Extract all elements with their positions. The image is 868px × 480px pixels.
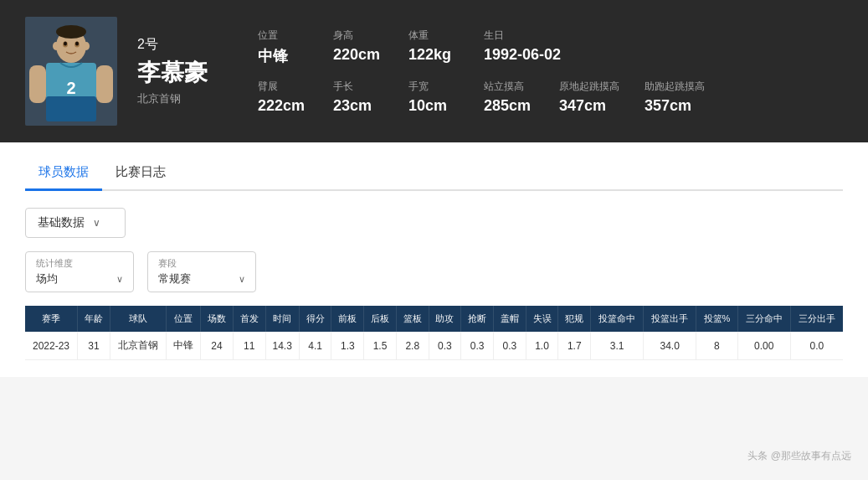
stat-dimension-value-row: 场均 ∨ xyxy=(36,271,123,286)
col-three-made: 三分命中 xyxy=(737,306,790,332)
basic-data-dropdown[interactable]: 基础数据 ∨ xyxy=(25,208,126,238)
chevron-down-icon-3: ∨ xyxy=(239,274,245,285)
stat-dimension-label: 统计维度 xyxy=(36,257,123,270)
tabs-bar: 球员数据 比赛日志 xyxy=(25,142,843,191)
stat-height: 身高 220cm xyxy=(333,28,383,66)
col-def-reb: 后板 xyxy=(364,306,397,332)
cell-14: 1.0 xyxy=(526,332,558,360)
svg-point-9 xyxy=(53,42,59,50)
col-games: 场数 xyxy=(201,306,234,332)
col-position: 位置 xyxy=(167,306,201,332)
svg-point-4 xyxy=(56,25,86,39)
main-content: 球员数据 比赛日志 基础数据 ∨ 统计维度 场均 ∨ 赛段 常规赛 ∨ xyxy=(0,142,868,377)
svg-point-7 xyxy=(64,42,67,46)
svg-rect-13 xyxy=(46,96,96,121)
cell-17: 34.0 xyxy=(644,332,696,360)
cell-19: 0.00 xyxy=(737,332,790,360)
period-value-row: 常规赛 ∨ xyxy=(158,271,245,286)
col-starts: 首发 xyxy=(233,306,265,332)
filter-section: 基础数据 ∨ xyxy=(25,208,843,238)
svg-point-8 xyxy=(75,42,79,46)
stat-birthday: 生日 1992-06-02 xyxy=(484,28,561,66)
stat-wingspan: 臂展 222cm xyxy=(258,80,308,115)
cell-6: 14.3 xyxy=(265,332,299,360)
stat-hand-width: 手宽 10cm xyxy=(408,80,459,115)
table-row: 2022-2331北京首钢中锋241114.34.11.31.52.80.30.… xyxy=(25,332,843,360)
stat-weight: 体重 122kg xyxy=(408,28,459,66)
tab-match-log[interactable]: 比赛日志 xyxy=(102,156,179,191)
period-dropdown[interactable]: 赛段 常规赛 ∨ xyxy=(147,251,256,292)
cell-0: 2022-23 xyxy=(25,332,78,360)
col-age: 年龄 xyxy=(78,306,110,332)
col-fg-made: 投篮命中 xyxy=(591,306,644,332)
player-basic-info: 2号 李慕豪 北京首钢 xyxy=(137,36,238,107)
col-fg-att: 投篮出手 xyxy=(644,306,696,332)
col-assists: 助攻 xyxy=(429,306,461,332)
table-header: 赛季 年龄 球队 位置 场数 首发 时间 得分 前板 后板 篮板 助攻 抢断 盖… xyxy=(25,306,843,332)
table-body: 2022-2331北京首钢中锋241114.34.11.31.52.80.30.… xyxy=(25,332,843,360)
col-steals: 抢断 xyxy=(461,306,494,332)
cell-15: 1.7 xyxy=(558,332,591,360)
stat-hand-length: 手长 23cm xyxy=(333,80,383,115)
chevron-down-icon: ∨ xyxy=(93,217,100,229)
tab-player-data[interactable]: 球员数据 xyxy=(25,156,102,191)
stats-row-1: 位置 中锋 身高 220cm 体重 122kg 生日 1992-06-02 xyxy=(258,28,705,66)
stats-group-primary: 位置 中锋 身高 220cm 体重 122kg 生日 1992-06-02 xyxy=(258,28,722,115)
cell-20: 0.0 xyxy=(790,332,843,360)
col-team: 球队 xyxy=(110,306,166,332)
table-header-row: 赛季 年龄 球队 位置 场数 首发 时间 得分 前板 后板 篮板 助攻 抢断 盖… xyxy=(25,306,843,332)
svg-rect-12 xyxy=(96,65,113,103)
stat-running-jump: 助跑起跳摸高 357cm xyxy=(645,80,705,115)
col-turnovers: 失误 xyxy=(526,306,558,332)
col-fouls: 犯规 xyxy=(558,306,591,332)
period-value: 常规赛 xyxy=(158,271,191,286)
watermark: 头条 @那些故事有点远 xyxy=(747,449,851,463)
cell-2: 北京首钢 xyxy=(110,332,166,360)
svg-point-10 xyxy=(83,42,90,50)
chevron-down-icon-2: ∨ xyxy=(116,274,123,285)
player-team: 北京首钢 xyxy=(137,91,238,106)
col-points: 得分 xyxy=(299,306,331,332)
cell-13: 0.3 xyxy=(493,332,526,360)
basic-data-label: 基础数据 xyxy=(38,215,85,230)
cell-5: 11 xyxy=(233,332,265,360)
cell-4: 24 xyxy=(201,332,234,360)
col-off-reb: 前板 xyxy=(331,306,364,332)
stats-row-2: 臂展 222cm 手长 23cm 手宽 10cm 站立摸高 285cm 原地起跳… xyxy=(258,80,705,115)
col-time: 时间 xyxy=(265,306,299,332)
col-fg-pct: 投篮% xyxy=(696,306,738,332)
cell-18: 8 xyxy=(696,332,738,360)
cell-7: 4.1 xyxy=(299,332,331,360)
stats-table: 赛季 年龄 球队 位置 场数 首发 时间 得分 前板 后板 篮板 助攻 抢断 盖… xyxy=(25,306,843,360)
cell-3: 中锋 xyxy=(167,332,201,360)
cell-8: 1.3 xyxy=(331,332,364,360)
stat-standing-reach: 站立摸高 285cm xyxy=(484,80,534,115)
col-season: 赛季 xyxy=(25,306,78,332)
stat-position: 位置 中锋 xyxy=(258,28,308,66)
period-label: 赛段 xyxy=(158,257,245,270)
stat-dimension-dropdown[interactable]: 统计维度 场均 ∨ xyxy=(25,251,134,292)
stat-no-step-jump: 原地起跳摸高 347cm xyxy=(559,80,619,115)
cell-9: 1.5 xyxy=(364,332,397,360)
cell-11: 0.3 xyxy=(429,332,461,360)
svg-text:2: 2 xyxy=(66,79,75,97)
cell-12: 0.3 xyxy=(461,332,494,360)
sub-filters: 统计维度 场均 ∨ 赛段 常规赛 ∨ xyxy=(25,251,843,292)
cell-1: 31 xyxy=(78,332,110,360)
player-name: 李慕豪 xyxy=(137,59,238,87)
player-number: 2号 xyxy=(137,36,238,54)
col-three-att: 三分出手 xyxy=(790,306,843,332)
cell-16: 3.1 xyxy=(591,332,644,360)
player-avatar: 2 xyxy=(25,17,117,126)
col-blocks: 盖帽 xyxy=(493,306,526,332)
stat-dimension-value: 场均 xyxy=(36,271,58,286)
col-rebounds: 篮板 xyxy=(396,306,429,332)
svg-rect-11 xyxy=(29,65,46,103)
player-header: 2 2号 李慕豪 北京首钢 xyxy=(0,0,868,142)
player-stats-grid: 位置 中锋 身高 220cm 体重 122kg 生日 1992-06-02 xyxy=(258,28,843,115)
cell-10: 2.8 xyxy=(396,332,429,360)
